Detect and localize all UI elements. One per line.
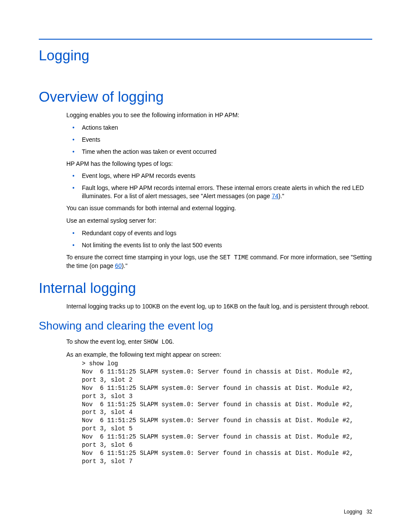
- paragraph: Use an external syslog server for:: [66, 217, 372, 225]
- list-item: Redundant copy of events and logs: [66, 229, 372, 237]
- inline-code: SHOW LOG: [143, 339, 172, 345]
- inline-code: SET TIME: [220, 254, 249, 261]
- paragraph: To show the event log, enter SHOW LOG.: [66, 338, 372, 346]
- paragraph: To ensure the correct time stamping in y…: [66, 253, 372, 270]
- list-item: Event logs, where HP APM records events: [66, 172, 372, 180]
- section-heading-overview: Overview of logging: [39, 89, 372, 105]
- text: ).": [278, 193, 284, 199]
- paragraph: Logging enables you to see the following…: [66, 111, 372, 119]
- text: ).": [121, 262, 128, 269]
- list-item: Fault logs, where HP APM records interna…: [66, 184, 372, 200]
- text: To show the event log, enter: [66, 338, 143, 345]
- text: .: [172, 338, 174, 345]
- list-item: Events: [66, 136, 372, 144]
- paragraph: As an example, the following text might …: [66, 351, 372, 359]
- chapter-title: Logging: [39, 47, 372, 64]
- section-heading-internal: Internal logging: [39, 280, 372, 296]
- paragraph: You can issue commands for both internal…: [66, 204, 372, 212]
- page-footer: Logging 32: [344, 509, 372, 515]
- paragraph: HP APM has the following types of logs:: [66, 160, 372, 168]
- subsection-heading-showlog: Showing and clearing the event log: [39, 319, 372, 333]
- text: Fault logs, where HP APM records interna…: [82, 184, 364, 199]
- list-item: Not limiting the events list to only the…: [66, 241, 372, 249]
- footer-label: Logging: [344, 509, 362, 515]
- horizontal-rule: [39, 39, 372, 40]
- footer-page-number: 32: [367, 509, 372, 515]
- page-link[interactable]: 74: [272, 193, 279, 199]
- page-link[interactable]: 60: [115, 262, 122, 269]
- log-output: > show log Nov 6 11:51:25 SLAPM system.0…: [82, 360, 372, 466]
- list-item: Time when the action was taken or event …: [66, 148, 372, 156]
- list-item: Actions taken: [66, 124, 372, 132]
- text: To ensure the correct time stamping in y…: [66, 254, 220, 261]
- paragraph: Internal logging tracks up to 100KB on t…: [66, 302, 372, 311]
